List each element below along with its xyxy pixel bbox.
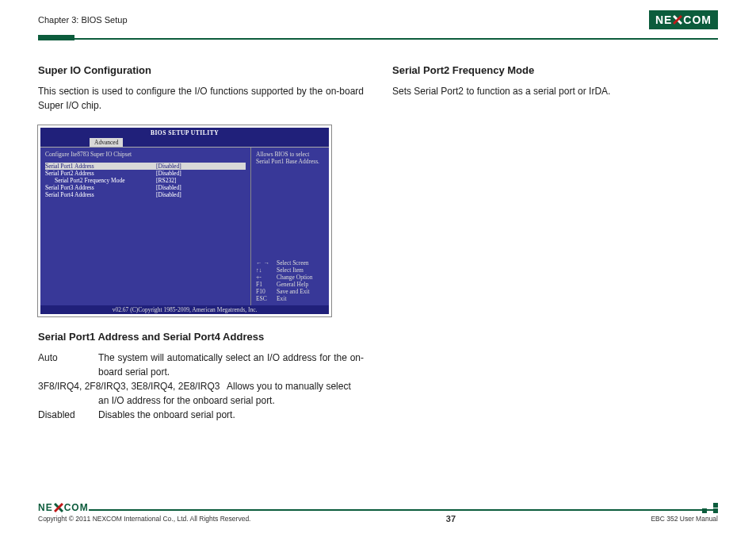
- bios-key-row: ↑↓Select Item: [256, 266, 324, 274]
- section-heading-freq-mode: Serial Port2 Frequency Mode: [392, 64, 718, 76]
- logo-x-icon: [54, 503, 63, 512]
- option-auto-desc: The system will automatically select an …: [98, 351, 364, 379]
- bios-key-row: F10Save and Exit: [256, 288, 324, 295]
- option-manual-desc-line1: Allows you to manually select: [227, 379, 364, 393]
- option-disabled-desc: Disables the onboard serial port.: [98, 408, 364, 422]
- bios-key-desc: General Help: [277, 281, 308, 288]
- bios-side-panel: Allows BIOS to select Serial Port1 Base …: [251, 148, 329, 305]
- section-heading-superio: Super IO Configuration: [38, 64, 364, 76]
- bios-config-label: Serial Port4 Address: [45, 191, 156, 198]
- bios-key-desc: Select Item: [277, 266, 304, 274]
- bios-config-row: Serial Port2 Frequency Mode[RS232]: [45, 177, 246, 184]
- bios-key: +-: [256, 274, 277, 281]
- bios-config-label: Serial Port3 Address: [45, 184, 156, 191]
- chapter-label: Chapter 3: BIOS Setup: [38, 15, 128, 25]
- bios-config-row: Serial Port3 Address[Disabled]: [45, 184, 246, 191]
- bios-config-value: [Disabled]: [156, 191, 181, 198]
- bios-config-value: [Disabled]: [156, 184, 181, 191]
- bios-key-desc: Change Option: [277, 274, 313, 281]
- logo-text-post: COM: [683, 13, 712, 26]
- footer-logo: NE COM: [38, 502, 89, 513]
- logo-x-icon: [673, 15, 682, 25]
- superio-intro: This section is used to configure the I/…: [38, 84, 364, 113]
- bios-config-label: Serial Port2 Address: [45, 170, 156, 177]
- bios-key: ← →: [256, 259, 277, 266]
- bios-config-row: Serial Port1 Address[Disabled]: [45, 163, 246, 170]
- bios-key-legend: ← →Select Screen↑↓Select Item+-Change Op…: [256, 259, 324, 302]
- brand-logo: NE COM: [649, 10, 718, 29]
- section-heading-serial-address: Serial Port1 Address and Serial Port4 Ad…: [38, 331, 364, 343]
- logo-text-pre: NE: [655, 13, 672, 26]
- bios-chipset-heading: Configure Ite8783 Super IO Chipset: [45, 151, 246, 158]
- bios-key: ↑↓: [256, 266, 277, 274]
- bios-key-row: ESCExit: [256, 295, 324, 302]
- header-rule: [38, 35, 718, 40]
- bios-config-row: Serial Port4 Address[Disabled]: [45, 191, 246, 198]
- bios-config-value: [Disabled]: [156, 163, 181, 170]
- footer-rule: NE COM: [38, 506, 718, 512]
- bios-copyright: v02.67 (C)Copyright 1985-2009, American …: [40, 305, 329, 314]
- page-number: 37: [446, 514, 456, 523]
- bios-key-desc: Select Screen: [277, 259, 309, 266]
- bios-key: F10: [256, 288, 277, 295]
- bios-tab-row: Advanced: [40, 138, 329, 147]
- footer-copyright: Copyright © 2011 NEXCOM International Co…: [38, 515, 250, 523]
- bios-config-label: Serial Port2 Frequency Mode: [45, 177, 156, 184]
- bios-key-row: F1General Help: [256, 281, 324, 288]
- bios-key-row: +-Change Option: [256, 274, 324, 281]
- option-manual-desc-line2: an I/O address for the onboard serial po…: [38, 393, 364, 408]
- bios-title: BIOS SETUP UTILITY: [40, 128, 329, 138]
- bios-config-value: [Disabled]: [156, 170, 181, 177]
- option-manual-key: 3F8/IRQ4, 2F8/IRQ3, 3E8/IRQ4, 2E8/IRQ3: [38, 379, 227, 393]
- bios-tab-advanced: Advanced: [90, 138, 123, 147]
- option-disabled-key: Disabled: [38, 408, 98, 422]
- freq-mode-intro: Sets Serial Port2 to function as a seria…: [392, 84, 718, 98]
- bios-config-row: Serial Port2 Address[Disabled]: [45, 170, 246, 177]
- bios-key-desc: Save and Exit: [277, 288, 310, 295]
- footer-doc-title: EBC 352 User Manual: [651, 515, 718, 523]
- bios-key: ESC: [256, 295, 277, 302]
- bios-key-desc: Exit: [277, 295, 287, 302]
- corner-squares-icon: [702, 503, 718, 513]
- bios-help-text: Allows BIOS to select Serial Port1 Base …: [256, 151, 324, 259]
- bios-key: F1: [256, 281, 277, 288]
- bios-main-panel: Configure Ite8783 Super IO Chipset Seria…: [40, 148, 251, 305]
- bios-config-label: Serial Port1 Address: [45, 163, 156, 170]
- option-auto-key: Auto: [38, 351, 98, 379]
- bios-screenshot: BIOS SETUP UTILITY Advanced Configure It…: [38, 125, 331, 316]
- bios-config-value: [RS232]: [156, 177, 176, 184]
- bios-key-row: ← →Select Screen: [256, 259, 324, 266]
